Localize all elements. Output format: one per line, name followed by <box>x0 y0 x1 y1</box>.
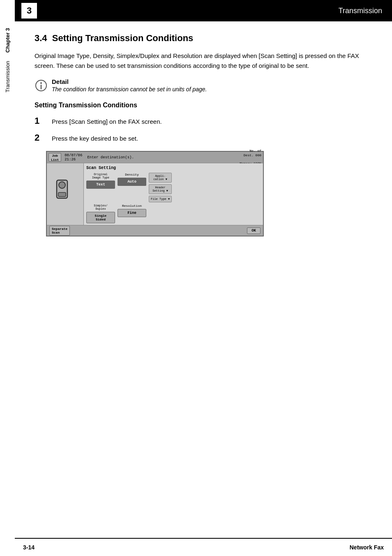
svg-point-1 <box>40 82 42 84</box>
steps-list: 1 Press [Scan Setting] on the FAX screen… <box>35 116 372 144</box>
resolution-unit: Resolution Fine <box>118 204 146 223</box>
footer-page: 3-14 <box>23 544 35 551</box>
main-content: 3.4 Setting Transmission Conditions Orig… <box>15 21 392 538</box>
simplex-duplex-unit: Simplex/ Duplex Single Sided <box>86 204 115 223</box>
fax-screen-wrapper: Job List 08/07/06 21:26 Enter destinatio… <box>46 151 372 236</box>
file-type-button[interactable]: File Type ▼ <box>149 196 172 202</box>
detail-box: Detail The condition for transmission ca… <box>35 78 372 94</box>
original-image-type-unit: Original Image Type Text <box>86 173 115 202</box>
section-body: Original Image Type, Density, Simplex/Du… <box>35 51 371 71</box>
fax-right-panel: Scan Setting Original Image Type Text De… <box>84 163 263 225</box>
appli-cation-button[interactable]: Appli- cation ▼ <box>149 173 172 183</box>
step-1-number: 1 <box>35 116 46 126</box>
separate-scan-button[interactable]: Separate Scan <box>49 226 70 236</box>
phone-icon <box>55 179 76 209</box>
section-title: Setting Transmission Conditions <box>52 33 193 43</box>
original-image-type-label: Original Image Type <box>92 173 109 179</box>
text-button[interactable]: Text <box>86 181 115 189</box>
resolution-label: Resolution <box>122 204 142 208</box>
simplex-duplex-label: Simplex/ Duplex <box>94 204 108 211</box>
detail-content: Detail The condition for transmission ca… <box>52 78 207 93</box>
header-setting-button[interactable]: Header Setting ▼ <box>149 184 172 194</box>
sidebar: Chapter 3 Transmission <box>0 21 15 538</box>
step-2-text: Press the key desired to be set. <box>52 132 138 144</box>
detail-body: The condition for transmission cannot be… <box>52 86 207 93</box>
step-1: 1 Press [Scan Setting] on the FAX screen… <box>35 116 372 127</box>
sub-heading: Setting Transmission Conditions <box>35 102 372 109</box>
fax-middle-section: Scan Setting Original Image Type Text De… <box>47 163 263 225</box>
fax-datetime: 08/07/06 21:26 <box>63 153 84 162</box>
fax-left-panel <box>47 163 84 225</box>
sidebar-chapter-label: Chapter 3 <box>5 28 11 53</box>
ok-button[interactable]: OK <box>247 227 261 234</box>
density-label: Density <box>125 173 139 176</box>
fine-button[interactable]: Fine <box>118 209 146 217</box>
step-2-number: 2 <box>35 132 46 143</box>
section-number: 3.4 <box>35 33 47 43</box>
section-heading: 3.4 Setting Transmission Conditions <box>35 33 372 44</box>
svg-rect-5 <box>58 192 66 197</box>
fax-top-bar: Job List 08/07/06 21:26 Enter destinatio… <box>47 152 263 163</box>
step-1-text: Press [Scan Setting] on the FAX screen. <box>52 116 162 127</box>
scan-setting-title: Scan Setting <box>86 166 261 170</box>
auto-button[interactable]: Auto <box>118 178 146 186</box>
job-list-button[interactable]: Job List <box>48 153 61 162</box>
fax-bottom-bar: Separate Scan OK <box>47 225 263 236</box>
top-header: 3 Transmission <box>15 0 392 21</box>
footer-product: Network Fax <box>350 544 384 551</box>
density-unit: Density Auto <box>118 173 146 202</box>
header-title: Transmission <box>42 7 385 15</box>
single-sided-button[interactable]: Single Sided <box>86 212 115 223</box>
chapter-number: 3 <box>27 5 32 16</box>
chapter-number-box: 3 <box>21 3 37 19</box>
sidebar-section-label: Transmission <box>5 61 11 93</box>
svg-point-4 <box>59 182 65 188</box>
detail-title: Detail <box>52 78 207 85</box>
step-2: 2 Press the key desired to be set. <box>35 132 372 144</box>
fax-dest-prompt: Enter destination(s). <box>84 155 238 160</box>
bottom-footer: 3-14 Network Fax <box>15 538 392 556</box>
side-buttons: Appli- cation ▼ Header Setting ▼ File Ty… <box>149 173 172 202</box>
fax-screen: Job List 08/07/06 21:26 Enter destinatio… <box>46 151 264 236</box>
detail-icon <box>35 79 48 94</box>
